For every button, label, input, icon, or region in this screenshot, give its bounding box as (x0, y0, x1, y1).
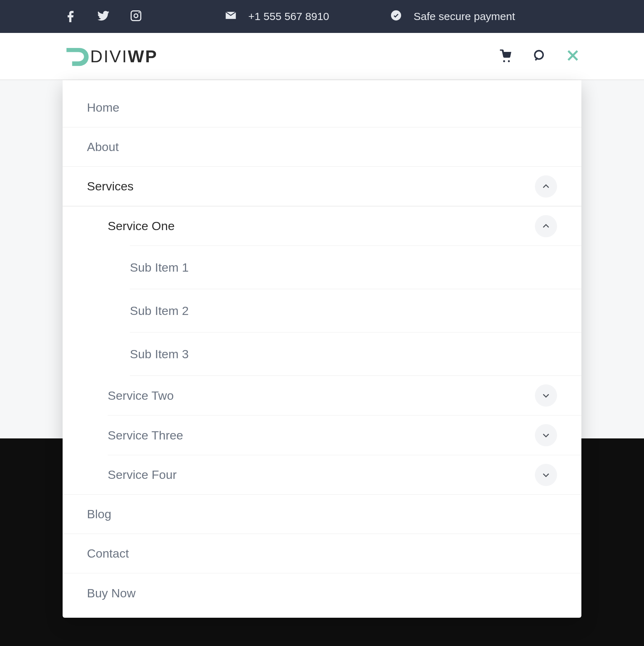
phone-text: +1 555 567 8910 (248, 10, 329, 23)
menu-item-sub-1[interactable]: Sub Item 1 (63, 246, 581, 289)
menu-item-sub-2[interactable]: Sub Item 2 (63, 289, 581, 332)
mobile-menu-panel: Home About Services Service One Sub Item… (63, 80, 581, 618)
secure-group: Safe secure payment (390, 9, 515, 24)
logo-text-part2: WP (128, 47, 157, 66)
expand-toggle[interactable] (535, 464, 557, 486)
menu-item-blog[interactable]: Blog (63, 495, 581, 534)
chevron-down-icon (541, 391, 551, 400)
phone-group[interactable]: +1 555 567 8910 (225, 9, 329, 24)
twitter-icon[interactable] (97, 9, 110, 24)
menu-item-sub-3[interactable]: Sub Item 3 (63, 332, 581, 375)
logo-mark-icon (64, 43, 90, 69)
menu-label: Sub Item 2 (130, 304, 189, 318)
menu-item-about[interactable]: About (63, 127, 581, 167)
site-logo[interactable]: DIVIWP (64, 43, 158, 69)
top-bar: +1 555 567 8910 Safe secure payment (0, 0, 644, 33)
close-menu-button[interactable] (566, 49, 580, 64)
menu-item-service-one[interactable]: Service One (63, 206, 581, 246)
page-body: Home About Services Service One Sub Item… (0, 80, 644, 646)
social-links (64, 9, 142, 24)
menu-item-services[interactable]: Services (63, 167, 581, 206)
chevron-up-icon (541, 182, 551, 191)
instagram-icon[interactable] (130, 9, 142, 24)
menu-item-home[interactable]: Home (63, 88, 581, 127)
menu-label: Contact (87, 547, 129, 560)
menu-label: Sub Item 1 (130, 261, 189, 275)
menu-label: Buy Now (87, 586, 136, 600)
menu-label: Services (87, 179, 133, 193)
collapse-toggle[interactable] (535, 175, 557, 198)
logo-text: DIVIWP (90, 47, 158, 66)
menu-label: Service Two (108, 389, 174, 403)
logo-text-part1: DIVI (90, 47, 128, 66)
mail-icon (225, 9, 237, 24)
menu-item-service-three[interactable]: Service Three (63, 416, 581, 455)
menu-item-service-two[interactable]: Service Two (63, 376, 581, 415)
header-actions (499, 48, 580, 64)
chevron-down-icon (541, 470, 551, 480)
menu-item-contact[interactable]: Contact (63, 534, 581, 573)
menu-label: Sub Item 3 (130, 347, 189, 361)
secure-text: Safe secure payment (414, 10, 515, 23)
site-header: DIVIWP (0, 33, 644, 80)
menu-label: Home (87, 101, 119, 115)
check-circle-icon (390, 9, 402, 24)
chevron-up-icon (541, 222, 551, 231)
collapse-toggle[interactable] (535, 215, 557, 237)
menu-item-service-four[interactable]: Service Four (63, 455, 581, 495)
svg-point-1 (535, 51, 543, 59)
cart-icon[interactable] (499, 48, 513, 64)
menu-label: Service Four (108, 468, 177, 482)
expand-toggle[interactable] (535, 424, 557, 446)
menu-label: Service Three (108, 428, 183, 442)
chevron-down-icon (541, 431, 551, 440)
facebook-icon[interactable] (64, 9, 77, 24)
menu-label: Service One (108, 219, 175, 233)
menu-label: About (87, 140, 119, 154)
search-icon[interactable] (532, 48, 547, 64)
menu-label: Blog (87, 507, 111, 521)
expand-toggle[interactable] (535, 384, 557, 407)
menu-item-buy-now[interactable]: Buy Now (63, 573, 581, 613)
svg-point-0 (391, 10, 401, 20)
